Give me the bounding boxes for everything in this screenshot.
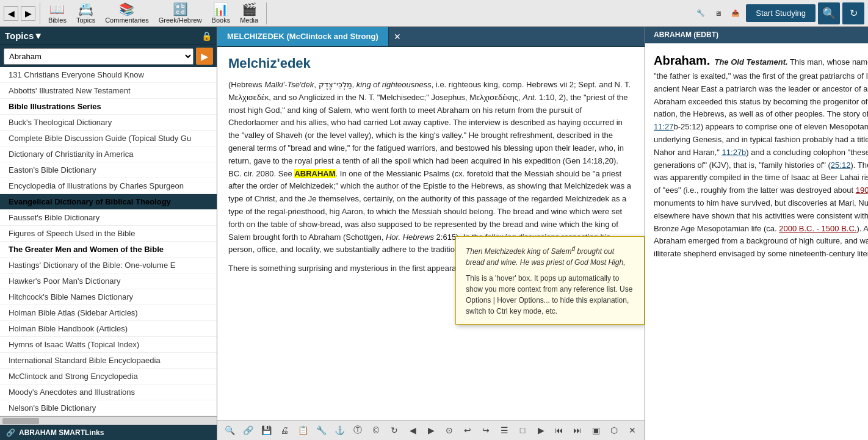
center-tab-active[interactable]: MELCHIZEDEK (McClintock and Strong) xyxy=(217,27,389,46)
book-list-item-6[interactable]: Easton's Bible Dictionary xyxy=(0,162,217,178)
sidebar-hscroll[interactable] xyxy=(0,416,217,425)
book-list-item-16[interactable]: Holman Bible Handbook (Articles) xyxy=(0,321,217,337)
book-list-item-15[interactable]: Holman Bible Atlas (Sidebar Articles) xyxy=(0,305,217,321)
search-button[interactable]: 🔍 xyxy=(818,2,840,24)
main-area: Topics▼ 🔒 Abraham ▶ 131 Christians Every… xyxy=(0,27,868,440)
back-button[interactable]: ◀ xyxy=(4,6,18,21)
bottom-grid-button[interactable]: ▣ xyxy=(587,422,604,438)
media-button[interactable]: 🎬 Media xyxy=(236,1,262,26)
bottom-print-button[interactable]: 🖨 xyxy=(276,422,293,438)
hscroll-thumb xyxy=(2,418,39,424)
bottom-undo-button[interactable]: ↩ xyxy=(459,422,476,438)
book-list-item-0[interactable]: 131 Christians Everyone Should Know xyxy=(0,67,217,83)
start-studying-button[interactable]: Start Studying xyxy=(746,4,816,22)
bottom-skip-end-button[interactable]: ⏭ xyxy=(569,422,586,438)
bibles-icon: 📖 xyxy=(49,3,65,15)
bottom-list-button[interactable]: ☰ xyxy=(496,422,513,438)
bottom-anchor-button[interactable]: ⚓ xyxy=(331,422,348,438)
export-button[interactable]: 📤 xyxy=(728,7,743,19)
book-list-item-7[interactable]: Encyclopedia of Illustrations by Charles… xyxy=(0,178,217,194)
bottom-square-button[interactable]: □ xyxy=(514,422,531,438)
commentaries-label: Commentaries xyxy=(105,16,149,24)
topic-go-button[interactable]: ▶ xyxy=(196,48,213,65)
right-paragraph-1: Abraham. The Old Testament. This man, wh… xyxy=(654,51,868,261)
right-content[interactable]: Abraham. The Old Testament. This man, wh… xyxy=(645,43,868,440)
refresh-button[interactable]: ↻ xyxy=(842,2,864,24)
book-list-item-20[interactable]: Moody's Anecdotes and Illustrations xyxy=(0,384,217,400)
ref-11-27b-link[interactable]: 11:27b xyxy=(722,148,747,157)
ref-25-12-link[interactable]: 25:12 xyxy=(831,160,851,170)
bibles-button[interactable]: 📖 Bibles xyxy=(45,1,70,26)
hover-popup-quote: Then Melchizedek king of Salemd brought … xyxy=(466,244,634,268)
bottom-play-button[interactable]: ▶ xyxy=(532,422,549,438)
abraham-highlight: ABRAHAM xyxy=(294,169,335,178)
books-label: Books xyxy=(212,16,231,24)
sidebar-footer[interactable]: 🔗 ABRAHAM SMARTLinks xyxy=(0,425,217,440)
sidebar: Topics▼ 🔒 Abraham ▶ 131 Christians Every… xyxy=(0,27,217,440)
lock-icon: 🔒 xyxy=(201,31,212,41)
separator-2 xyxy=(266,2,267,24)
bottom-font-button[interactable]: Ⓣ xyxy=(349,422,366,438)
body-paragraph-1: (Hebrews Malki'-Tse'dek, מַלְכִּי־צֶדֶק,… xyxy=(228,79,634,256)
book-list-item-2[interactable]: Bible Illustrations Series xyxy=(0,99,217,115)
book-list-item-9[interactable]: Fausset's Bible Dictionary xyxy=(0,210,217,226)
topics-button[interactable]: 📇 Topics xyxy=(73,1,99,26)
right-panel: ABRAHAM (EDBT) ▶ Abraham. The Old Testam… xyxy=(645,27,868,440)
topic-search-select[interactable]: Abraham xyxy=(4,48,193,65)
gen-11-27-link[interactable]: Gen 11:27 xyxy=(654,109,868,131)
ref-1900bc-link[interactable]: 1900 B.C. xyxy=(856,186,868,195)
bottom-circle-button[interactable]: ⊙ xyxy=(441,422,458,438)
book-list-item-1[interactable]: Abbotts' Illustrated New Testament xyxy=(0,83,217,99)
book-list-item-21[interactable]: Nelson's Bible Dictionary xyxy=(0,400,217,416)
book-list-item-4[interactable]: Complete Bible Discussion Guide (Topical… xyxy=(0,131,217,146)
book-list-item-19[interactable]: McClintock and Strong Encyclopedia xyxy=(0,369,217,384)
book-list-item-11[interactable]: The Greater Men and Women of the Bible xyxy=(0,242,217,258)
smartlinks-label: ABRAHAM SMARTLinks xyxy=(19,428,104,437)
book-list-item-5[interactable]: Dictionary of Christianity in America xyxy=(0,146,217,162)
book-list[interactable]: 131 Christians Everyone Should KnowAbbot… xyxy=(0,67,217,416)
book-list-item-10[interactable]: Figures of Speech Used in the Bible xyxy=(0,226,217,242)
center-panel: MELCHIZEDEK (McClintock and Strong) ✕ Me… xyxy=(217,27,645,440)
commentaries-button[interactable]: 📚 Commentaries xyxy=(101,1,153,26)
bottom-redo-button[interactable]: ↪ xyxy=(477,422,494,438)
bottom-prev-button[interactable]: ◀ xyxy=(404,422,421,438)
layout-button[interactable]: 🖥 xyxy=(711,8,725,19)
separator-1 xyxy=(40,2,40,24)
hover-popup-body: This is a 'hover' box. It pops up automa… xyxy=(466,273,634,317)
bottom-hex-button[interactable]: ⬡ xyxy=(606,422,623,438)
book-list-item-17[interactable]: Hymns of Isaac Watts (Topical Index) xyxy=(0,337,217,353)
bottom-copyright-button[interactable]: © xyxy=(367,422,385,438)
media-icon: 🎬 xyxy=(242,3,257,15)
right-tab-label: ABRAHAM (EDBT) xyxy=(649,27,723,43)
bottom-next-button[interactable]: ▶ xyxy=(422,422,439,438)
center-tab-bar: MELCHIZEDEK (McClintock and Strong) ✕ xyxy=(217,27,645,47)
book-list-item-3[interactable]: Buck's Theological Dictionary xyxy=(0,115,217,131)
book-list-item-18[interactable]: International Standard Bible Encyclopaed… xyxy=(0,353,217,369)
bottom-save-button[interactable]: 💾 xyxy=(258,422,275,438)
bottom-skip-start-button[interactable]: ⏮ xyxy=(551,422,568,438)
book-list-item-14[interactable]: Hitchcock's Bible Names Dictionary xyxy=(0,289,217,305)
right-article-body: Abraham. The Old Testament. This man, wh… xyxy=(654,51,868,261)
center-content[interactable]: Melchiz'edek (Hebrews Malki'-Tse'dek, מַ… xyxy=(217,47,645,420)
books-button[interactable]: 📊 Books xyxy=(208,1,234,26)
topics-label[interactable]: Topics▼ xyxy=(5,31,43,41)
bibles-label: Bibles xyxy=(48,16,67,24)
bottom-link-button[interactable]: 🔗 xyxy=(239,422,256,438)
smartlinks-icon: 🔗 xyxy=(6,428,15,437)
book-list-item-13[interactable]: Hawker's Poor Man's Dictionary xyxy=(0,273,217,289)
book-list-item-12[interactable]: Hastings' Dictionary of the Bible: One-v… xyxy=(0,258,217,273)
sidebar-search-area: Abraham ▶ xyxy=(0,45,217,67)
center-tab-close-button[interactable]: ✕ xyxy=(389,32,406,41)
bottom-search-button[interactable]: 🔍 xyxy=(221,422,238,438)
book-list-item-8[interactable]: Evangelical Dictionary of Biblical Theol… xyxy=(0,194,217,210)
bottom-tools-button[interactable]: 🔧 xyxy=(313,422,330,438)
forward-button[interactable]: ▶ xyxy=(21,6,35,21)
ref-2000bc-link[interactable]: 2000 B.C. - 1500 B.C. xyxy=(779,224,856,233)
topics-label: Topics xyxy=(76,16,95,24)
bottom-copy-button[interactable]: 📋 xyxy=(294,422,311,438)
greek-hebrew-button[interactable]: 🔡 Greek/Hebrew xyxy=(155,1,206,26)
tools-button[interactable]: 🔧 xyxy=(693,7,709,19)
bottom-refresh-button[interactable]: ↻ xyxy=(386,422,403,438)
greek-hebrew-icon: 🔡 xyxy=(173,3,188,15)
bottom-close-button[interactable]: ✕ xyxy=(624,422,641,438)
